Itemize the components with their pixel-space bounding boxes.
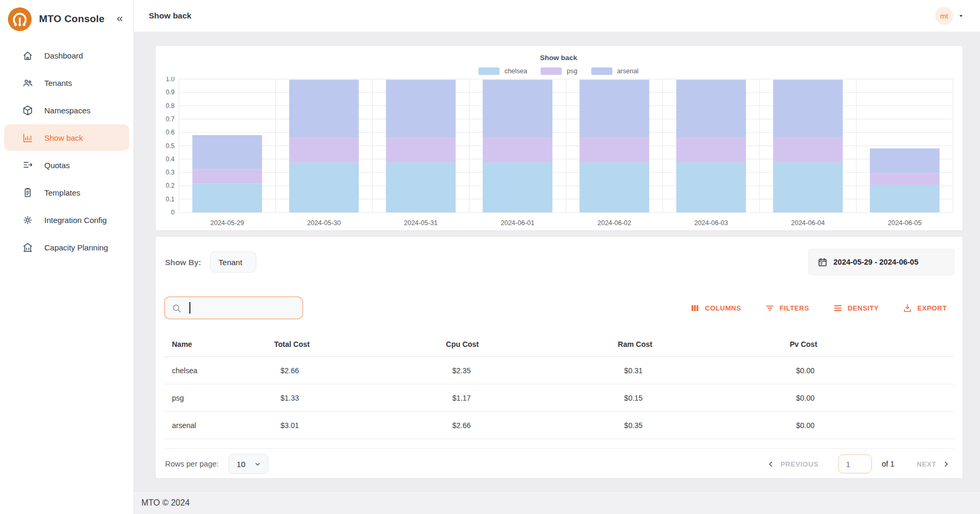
column-header-name[interactable]: Name	[164, 340, 267, 348]
column-header-ram-cost[interactable]: Ram Cost	[610, 340, 782, 348]
table-cell: $0.00	[782, 366, 954, 375]
bar-segment-chelsea[interactable]	[193, 184, 262, 212]
date-range-value: 2024-05-29 - 2024-06-05	[833, 258, 918, 266]
rows-per-page-group: Rows per page: 10	[164, 454, 268, 474]
bar-group-2024-05-29[interactable]	[193, 135, 262, 212]
export-button[interactable]: EXPORT	[902, 303, 947, 313]
bar-group-2024-05-30[interactable]	[289, 80, 359, 212]
sidebar-item-namespaces[interactable]: Namespaces	[4, 97, 129, 123]
bar-segment-chelsea[interactable]	[870, 185, 939, 212]
table-row-chelsea[interactable]: chelsea$2.66$2.35$0.31$0.00	[164, 357, 954, 384]
column-header-cpu-cost[interactable]: Cpu Cost	[439, 340, 611, 348]
grid-toolbar: COLUMNSFILTERSDENSITYEXPORT	[690, 303, 954, 313]
y-axis-tick-label: 0.5	[166, 142, 175, 150]
x-axis-label: 2024-05-31	[404, 219, 438, 227]
table-row-arsenal[interactable]: arsenal$3.01$2.66$0.35$0.00	[164, 412, 954, 439]
table-cell: $2.35	[439, 366, 611, 375]
legend-item-psg[interactable]: psg	[541, 67, 577, 75]
chevron-right-icon	[942, 460, 950, 468]
bar-group-2024-06-05[interactable]	[870, 149, 939, 212]
bar-segment-psg[interactable]	[580, 137, 649, 162]
showby-select[interactable]: Tenant	[210, 251, 256, 273]
next-page-button[interactable]: NEXT	[917, 460, 950, 468]
bar-group-2024-05-31[interactable]	[386, 80, 456, 212]
content: Show back chelseapsgarsenal 00.10.20.30.…	[134, 32, 980, 491]
sidebar-item-show-back[interactable]: Show back	[4, 124, 129, 151]
y-axis-tick-label: 0.3	[166, 169, 175, 176]
bar-segment-psg[interactable]	[870, 173, 939, 185]
bar-segment-arsenal[interactable]	[676, 80, 746, 137]
filters-button[interactable]: FILTERS	[765, 303, 809, 313]
bar-group-2024-06-01[interactable]	[483, 80, 552, 212]
chevron-left-icon	[767, 460, 775, 468]
mto-logo-icon	[7, 7, 32, 32]
columns-button[interactable]: COLUMNS	[690, 303, 741, 313]
x-axis-label: 2024-05-29	[210, 219, 244, 227]
bar-segment-psg[interactable]	[676, 137, 746, 162]
legend-swatch-icon	[541, 67, 562, 75]
table-row-psg[interactable]: psg$1.33$1.17$0.15$0.00	[164, 384, 954, 412]
user-menu[interactable]: mt	[935, 7, 964, 25]
sidebar-item-integration-config[interactable]: Integration Config	[4, 207, 129, 233]
previous-label: PREVIOUS	[781, 460, 819, 468]
avatar[interactable]: mt	[935, 7, 953, 25]
sidebar-item-dashboard[interactable]: Dashboard	[4, 42, 129, 69]
sidebar-item-label: Show back	[44, 133, 83, 142]
sidebar-item-label: Quotas	[44, 161, 70, 170]
bar-group-2024-06-02[interactable]	[580, 80, 649, 212]
chart-title: Show back	[161, 54, 956, 62]
rows-per-page-select[interactable]: 10	[228, 454, 268, 474]
bar-segment-chelsea[interactable]	[773, 162, 843, 212]
bar-segment-arsenal[interactable]	[483, 80, 552, 137]
column-header-total-cost[interactable]: Total Cost	[267, 340, 439, 348]
legend-swatch-icon	[478, 67, 499, 75]
bar-segment-arsenal[interactable]	[193, 135, 262, 169]
bar-segment-chelsea[interactable]	[580, 162, 649, 212]
table-cell: $3.01	[267, 421, 439, 430]
bar-segment-arsenal[interactable]	[870, 149, 939, 173]
page-title: Show back	[149, 11, 191, 21]
sidebar-item-capacity-planning[interactable]: Capacity Planning	[4, 234, 129, 260]
sidebar-item-quotas[interactable]: Quotas	[4, 152, 129, 178]
bar-segment-arsenal[interactable]	[580, 80, 649, 137]
bar-segment-psg[interactable]	[773, 137, 843, 162]
page-number-input[interactable]	[838, 454, 872, 473]
date-range-picker[interactable]: 2024-05-29 - 2024-06-05	[809, 249, 954, 275]
search-box[interactable]	[164, 296, 303, 319]
caret-down-icon[interactable]	[958, 13, 964, 19]
bar-segment-arsenal[interactable]	[386, 80, 456, 137]
y-axis-tick-label: 0.6	[166, 129, 175, 136]
x-axis-label: 2024-05-30	[307, 219, 341, 227]
density-button[interactable]: DENSITY	[833, 303, 879, 313]
bar-segment-arsenal[interactable]	[773, 80, 843, 137]
chart-icon	[22, 132, 33, 143]
legend-item-chelsea[interactable]: chelsea	[478, 67, 527, 75]
legend-label: arsenal	[617, 67, 639, 75]
bar-group-2024-06-03[interactable]	[676, 80, 746, 212]
bar-segment-arsenal[interactable]	[289, 80, 359, 137]
column-header-pv-cost[interactable]: Pv Cost	[782, 340, 954, 348]
table-header-row: NameTotal CostCpu CostRam CostPv Cost	[164, 332, 954, 357]
bar-segment-chelsea[interactable]	[483, 162, 552, 212]
previous-page-button[interactable]: PREVIOUS	[767, 460, 819, 468]
main-area: Show back mt Show back chelseapsgarsenal…	[134, 0, 980, 514]
bar-segment-chelsea[interactable]	[676, 162, 746, 212]
sidebar-item-tenants[interactable]: Tenants	[4, 70, 129, 96]
bar-segment-psg[interactable]	[386, 137, 456, 162]
search-input[interactable]	[191, 304, 297, 313]
bar-segment-psg[interactable]	[193, 169, 262, 184]
showback-chart-svg: 00.10.20.30.40.50.60.70.80.91.02024-05-2…	[161, 77, 956, 230]
x-axis-label: 2024-06-01	[501, 219, 534, 227]
bar-segment-chelsea[interactable]	[386, 162, 456, 212]
bar-segment-psg[interactable]	[289, 137, 359, 162]
table-cell: $0.15	[610, 394, 782, 402]
brand-name: MTO Console	[39, 13, 117, 25]
sidebar-item-label: Templates	[44, 188, 80, 197]
bar-segment-psg[interactable]	[483, 137, 552, 162]
bar-group-2024-06-04[interactable]	[773, 80, 843, 212]
page-count-label: of 1	[882, 460, 895, 468]
sidebar-item-templates[interactable]: Templates	[4, 179, 129, 206]
collapse-sidebar-icon[interactable]: «	[117, 12, 127, 26]
legend-item-arsenal[interactable]: arsenal	[591, 67, 639, 75]
bar-segment-chelsea[interactable]	[289, 162, 359, 212]
